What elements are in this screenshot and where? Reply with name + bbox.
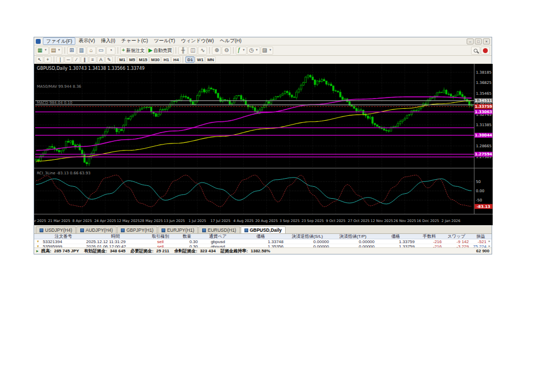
column-header[interactable]: 取引種別 <box>146 233 175 239</box>
timeframe-m5-button[interactable]: M5 <box>127 56 137 63</box>
crosshair-button[interactable]: + <box>44 56 51 63</box>
navigator-icon: ⌂ <box>89 48 93 53</box>
margin-label: 必要証拠金: <box>131 248 154 254</box>
svg-text:12 Nov 2025: 12 Nov 2025 <box>371 219 393 223</box>
column-header[interactable]: 手数料 <box>416 233 443 239</box>
column-header[interactable]: 損益 <box>470 233 492 239</box>
line-chart-button[interactable]: ∿ <box>198 47 207 55</box>
templates-button[interactable]: ▨▼ <box>261 47 274 55</box>
chart-area[interactable]: 1.381851.368251.354651.341051.327451.313… <box>34 64 492 225</box>
candlestick-chart-button[interactable]: ◫ <box>188 47 197 55</box>
price-chart[interactable]: 1.381851.368251.354651.341051.327451.313… <box>34 64 493 225</box>
minimize-button[interactable]: – <box>467 38 474 44</box>
chart-icon <box>162 228 165 232</box>
chart-tab-usdjpy-h4-[interactable]: USDJPY(H4) <box>36 226 76 233</box>
market-watch-button[interactable]: ⊞ <box>67 47 76 55</box>
candlestick-chart-icon: ◫ <box>190 48 195 53</box>
chart-icon <box>202 228 206 232</box>
zoom-out-button[interactable]: ⊖ <box>222 47 231 55</box>
cursor-button[interactable]: ↖ <box>36 56 43 63</box>
chart-tab-gbpjpy-h1-[interactable]: GBPJPY(H1) <box>117 226 157 233</box>
svg-text:21 Mar 2025: 21 Mar 2025 <box>48 219 70 223</box>
zoom-in-button[interactable]: ⊕ <box>212 47 221 55</box>
chart-icon <box>244 228 248 232</box>
toolbar-separator <box>118 47 118 54</box>
terminal-button[interactable]: ▭ <box>96 47 106 55</box>
balance-value: 285 745 JPY <box>54 249 79 253</box>
trendline-button[interactable]: ∕ <box>73 56 80 63</box>
column-header[interactable]: 注文番号 <box>42 233 85 239</box>
bar-chart-icon: ╫ <box>181 48 185 53</box>
column-header[interactable]: 数量 <box>175 233 199 239</box>
horizontal-line-button[interactable]: ─ <box>64 56 72 63</box>
timeframe-w1-button[interactable]: W1 <box>195 56 205 63</box>
chart-tab-gbpusd-daily[interactable]: GBPUSD,Daily <box>241 226 286 233</box>
vertical-line-button[interactable]: | <box>56 56 64 63</box>
svg-text:1.36825: 1.36825 <box>476 81 492 85</box>
equidistant-channel-button[interactable]: ∥ <box>81 56 88 63</box>
restore-button[interactable]: □ <box>475 38 482 44</box>
close-position-button[interactable]: × <box>488 239 491 244</box>
equity-label: 有効証拠金: <box>84 248 107 254</box>
dropdown-arrow-icon: ▼ <box>44 49 47 52</box>
svg-text:1.34511: 1.34511 <box>475 99 492 103</box>
menu-charts[interactable]: チャート(C) <box>119 37 151 45</box>
dropdown-arrow-icon: ▼ <box>242 49 245 52</box>
menu-tools[interactable]: ツール(T) <box>151 37 178 45</box>
auto-trading-button[interactable]: ▶自動売買 <box>147 47 174 55</box>
standard-toolbar: ▦▼▤▼⊞▥⌂▭◔+新規注文▶自動売買╫◫∿⊕⊖ƒ▼◷▼▨▼ <box>34 45 492 56</box>
chart-tab-eurusd-h1-[interactable]: EURUSD(H1) <box>198 226 240 233</box>
arrows-tool-icon: ✎ <box>107 57 111 62</box>
profiles-button[interactable]: ▤▼ <box>49 47 62 55</box>
menu-insert[interactable]: 挿入(I) <box>98 37 118 45</box>
total-profit: 62 900 <box>476 249 489 253</box>
navigator-button[interactable]: ⌂ <box>87 47 96 55</box>
chart-tab-audjpy-h4-[interactable]: AUDJPY(H4) <box>76 226 117 233</box>
column-header[interactable]: 価格 <box>237 233 285 239</box>
chart-icon <box>40 228 43 232</box>
menu-view[interactable]: 表示(V) <box>76 37 98 45</box>
menu-window[interactable]: ウィンドウ(W) <box>178 37 217 45</box>
arrows-tool-button[interactable]: ✎ <box>105 56 113 63</box>
timeframe-m1-button[interactable]: M1 <box>118 56 127 63</box>
search-button[interactable] <box>471 47 480 55</box>
timeframe-m30-button[interactable]: M30 <box>150 56 162 63</box>
line-chart-icon: ∿ <box>201 48 205 53</box>
column-header[interactable]: 決済逆指値(S/L) <box>285 233 330 239</box>
timeframe-h1-button[interactable]: H1 <box>162 56 171 63</box>
indicators-button[interactable]: ƒ▼ <box>236 47 247 55</box>
timeframe-m15-button[interactable]: M15 <box>137 56 149 63</box>
timeframe-mn-button[interactable]: MN <box>205 56 215 63</box>
column-header[interactable]: スワップ <box>443 233 470 239</box>
column-header[interactable]: 価格 <box>376 233 416 239</box>
new-order-button[interactable]: +新規注文 <box>120 47 146 55</box>
data-window-button[interactable]: ▥ <box>77 47 86 55</box>
vertical-line-icon: | <box>60 57 61 62</box>
new-chart-icon: ▦ <box>37 48 42 53</box>
menu-items: ファイル(F)表示(V)挿入(I)チャート(C)ツール(T)ウィンドウ(W)ヘル… <box>43 37 244 45</box>
strategy-tester-button[interactable]: ◔ <box>106 47 115 55</box>
chart-tab-eurjpy-h1-[interactable]: EURJPY(H1) <box>158 226 198 233</box>
column-header[interactable]: 通貨ペア <box>199 233 237 239</box>
column-header[interactable]: 時間 <box>85 233 146 239</box>
svg-text:1.28665: 1.28665 <box>476 144 492 148</box>
svg-text:1.38185: 1.38185 <box>476 70 492 75</box>
balance-label: 残高: <box>41 248 51 254</box>
alert-button[interactable] <box>481 47 490 55</box>
periods-button[interactable]: ◷▼ <box>247 47 260 55</box>
menu-help[interactable]: ヘルプ(H) <box>217 37 244 45</box>
cell-open-price: 1.33748 <box>237 239 285 244</box>
menu-file[interactable]: ファイル(F) <box>43 37 75 45</box>
fibonacci-button[interactable]: ≡ <box>89 56 96 63</box>
new-chart-button[interactable]: ▦▼ <box>36 47 49 55</box>
sell-arrow-icon: ▾ <box>37 239 39 243</box>
summary-toggle-icon[interactable]: ▸ <box>36 249 38 253</box>
timeframe-d1-button[interactable]: D1 <box>185 56 195 63</box>
bar-chart-button[interactable]: ╫ <box>178 47 188 55</box>
chart-icon <box>121 228 125 232</box>
close-button[interactable]: × <box>483 38 490 44</box>
window-controls: – □ × <box>467 38 491 44</box>
text-label-button[interactable]: A <box>97 56 105 63</box>
timeframe-h4-button[interactable]: H4 <box>171 56 180 63</box>
column-header[interactable]: 決済指値(T/P) <box>330 233 376 239</box>
